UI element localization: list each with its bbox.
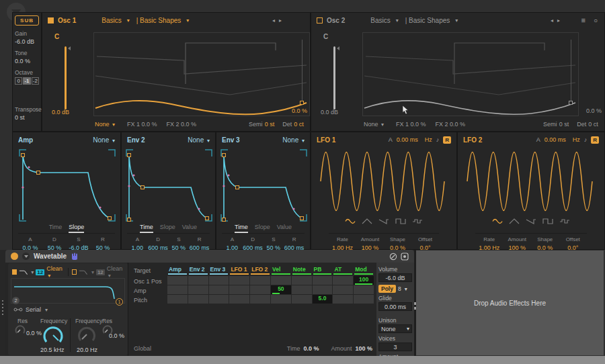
matrix-cell[interactable] — [292, 276, 312, 285]
filter2-freq-knob[interactable] — [77, 324, 97, 345]
matrix-column-header[interactable]: Vel — [271, 265, 291, 275]
osc2-gain-slider[interactable] — [333, 46, 335, 109]
tab-slope[interactable]: Slope — [69, 224, 84, 233]
volume-value[interactable]: -6.0 dB — [378, 273, 412, 282]
osc1-gain-slider[interactable] — [65, 46, 67, 109]
sub-tone-value[interactable]: 0.0 % — [15, 58, 39, 64]
triangle-shape-icon[interactable] — [362, 218, 372, 224]
lfo1-retrigger-button[interactable]: R — [443, 136, 451, 144]
audio-effects-drop-area[interactable]: Drop Audio Effects Here — [416, 251, 604, 355]
filter2-activator-icon[interactable] — [72, 269, 77, 275]
matrix-cell[interactable] — [250, 295, 270, 304]
random-shape-icon[interactable] — [412, 218, 423, 224]
wavetable-next-icon[interactable]: ▸ — [279, 17, 282, 24]
matrix-cell[interactable] — [313, 285, 333, 294]
saw-shape-icon[interactable] — [378, 218, 389, 224]
matrix-cell[interactable] — [229, 295, 249, 304]
osc2-fx2-value[interactable]: FX 2 0.0 % — [436, 121, 466, 128]
matrix-column-header[interactable]: Note — [292, 265, 312, 275]
filter1-circuit-select[interactable]: Clean ▾ — [46, 265, 65, 279]
tab-value[interactable]: Value — [182, 224, 197, 233]
lfo2-sync-mode[interactable]: Hz — [573, 136, 580, 143]
view-list-icon[interactable]: ≡ — [581, 16, 586, 24]
filter1-res-knob[interactable] — [15, 324, 26, 335]
matrix-cell[interactable] — [188, 276, 208, 285]
matrix-cell[interactable] — [292, 295, 312, 304]
square-shape-icon[interactable] — [542, 218, 553, 224]
matrix-cell[interactable] — [250, 276, 270, 285]
filter2-circuit-select[interactable]: Clean ▾ — [107, 265, 125, 279]
matrix-column-header[interactable]: Mod — [354, 265, 374, 275]
lfo1-display[interactable] — [311, 147, 458, 216]
lfo1-sync-mode[interactable]: Hz — [425, 136, 432, 143]
matrix-mod-amount-cell[interactable]: 100 — [354, 276, 374, 285]
amp-env-mode-select[interactable]: None ▾ — [93, 136, 115, 144]
sine-shape-icon[interactable] — [345, 218, 356, 224]
osc1-gain-value[interactable]: 0.0 dB — [52, 109, 69, 116]
osc2-activator-icon[interactable] — [317, 17, 323, 24]
filter2-slope-button[interactable]: 12 — [96, 269, 105, 275]
tab-slope[interactable]: Slope — [160, 224, 175, 233]
filter1-badge[interactable]: 1 — [116, 298, 123, 306]
filter1-type-icon[interactable] — [19, 269, 28, 275]
tab-slope[interactable]: Slope — [255, 224, 270, 233]
matrix-cell[interactable] — [250, 285, 270, 294]
osc1-activator-icon[interactable] — [48, 17, 54, 24]
lfo1-attack-value[interactable]: 0.00 ms — [397, 136, 418, 143]
osc1-semi-value[interactable]: 0 st — [265, 121, 275, 128]
osc2-category-select[interactable]: Basics — [370, 17, 390, 24]
env3-display[interactable] — [218, 147, 309, 224]
matrix-cell[interactable] — [229, 285, 249, 294]
matrix-cell[interactable] — [188, 285, 208, 294]
osc2-position-value[interactable]: 0.0 % — [586, 107, 602, 114]
save-preset-icon[interactable] — [401, 253, 409, 261]
matrix-cell[interactable] — [167, 276, 188, 285]
filter2-res-value[interactable]: 0.0 % — [109, 332, 124, 339]
triangle-shape-icon[interactable] — [509, 218, 520, 224]
matrix-cell[interactable] — [271, 295, 291, 304]
filter2-type-icon[interactable] — [79, 269, 88, 275]
global-amount-value[interactable]: 100 % — [355, 345, 372, 352]
matrix-cell[interactable] — [354, 285, 374, 294]
sine-shape-icon[interactable] — [492, 218, 503, 224]
matrix-cell[interactable] — [354, 295, 374, 304]
matrix-cell[interactable] — [333, 285, 353, 294]
osc2-wavetable-select[interactable]: | Basic Shapes — [405, 17, 450, 24]
filter1-freq-knob[interactable] — [42, 324, 65, 347]
filter1-freq-value[interactable]: 20.5 kHz — [40, 347, 65, 353]
unison-mode-select[interactable]: None▾ — [378, 324, 412, 333]
sub-gain-value[interactable]: -6.0 dB — [15, 38, 39, 45]
matrix-column-header[interactable]: Env 2 — [188, 265, 208, 275]
tab-value[interactable]: Value — [277, 224, 292, 233]
matrix-column-header[interactable]: PB — [313, 265, 333, 275]
matrix-column-header[interactable]: Amp — [167, 265, 188, 275]
voices-value[interactable]: 3 — [378, 343, 412, 351]
osc2-wavetable-display[interactable] — [362, 32, 579, 116]
matrix-cell[interactable] — [167, 285, 188, 294]
note-sync-icon[interactable]: ♪ — [584, 136, 588, 143]
hot-swap-icon[interactable] — [389, 253, 397, 261]
filter2-freq-value[interactable]: 20.0 Hz — [77, 347, 97, 353]
osc2-semi-value[interactable]: 0 st — [559, 121, 569, 128]
osc1-filter-route-select[interactable]: None ▾ — [95, 121, 115, 128]
matrix-mod-amount-cell[interactable]: 50 — [271, 285, 291, 294]
env2-display[interactable] — [124, 147, 214, 224]
saw-shape-icon[interactable] — [526, 218, 536, 224]
wavetable-prev-icon[interactable]: ◂ — [551, 17, 553, 24]
env-slope-handles[interactable] — [223, 174, 294, 210]
octave-minus1-button[interactable]: -1 — [23, 77, 30, 85]
wavetable-next-icon[interactable]: ▸ — [557, 17, 560, 24]
osc2-gain-value[interactable]: 0.0 dB — [321, 109, 338, 116]
lfo2-attack-value[interactable]: 0.00 ms — [544, 136, 566, 143]
lfo2-retrigger-button[interactable]: R — [591, 136, 599, 144]
osc2-filter-route-select[interactable]: None ▾ — [364, 121, 384, 128]
env-slope-handles[interactable] — [128, 174, 200, 210]
lfo2-display[interactable] — [458, 147, 605, 216]
wavetable-prev-icon[interactable]: ◂ — [272, 17, 275, 24]
filter2-badge[interactable]: 2 — [12, 297, 19, 304]
matrix-cell[interactable] — [271, 276, 291, 285]
device-activator-icon[interactable] — [11, 253, 18, 260]
matrix-column-header[interactable]: Env 3 — [209, 265, 229, 275]
matrix-cell[interactable] — [333, 295, 353, 304]
matrix-cell[interactable] — [209, 295, 229, 304]
